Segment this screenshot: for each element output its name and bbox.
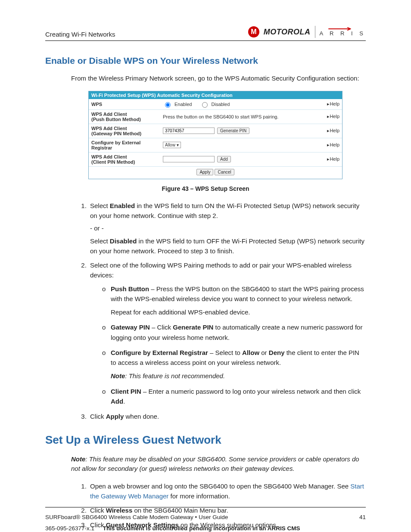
add-button[interactable]: Add xyxy=(217,156,231,162)
client-pin-input[interactable] xyxy=(163,156,215,162)
wps-enabled-radio[interactable] xyxy=(165,102,171,108)
wps-disabled-radio[interactable] xyxy=(202,102,208,108)
figure-caption: Figure 43 – WPS Setup Screen xyxy=(45,185,366,192)
generate-pin-button[interactable]: Generate PIN xyxy=(217,128,249,134)
page-number: 41 xyxy=(359,512,366,523)
brand-logos: M MOTOROLA ⟶ A R R I S xyxy=(248,26,366,38)
help-link[interactable]: Help xyxy=(321,156,339,162)
heading-guest-network: Set Up a Wireless Guest Network xyxy=(45,433,366,447)
arris-logo: ⟶ A R R I S xyxy=(320,28,366,36)
intro-text: From the Wireless Primary Network screen… xyxy=(71,74,366,83)
step-3: Click Apply when done. xyxy=(88,411,366,421)
pairing-methods-list: Push Button – Press the WPS button on th… xyxy=(90,284,366,407)
gateway-pin-input[interactable] xyxy=(163,128,215,134)
page-footer: SURFboard® SBG6400 Wireless Cable Modem … xyxy=(45,507,366,532)
row-label-wps: WPS xyxy=(91,102,160,107)
motorola-wordmark: MOTOROLA xyxy=(264,28,311,37)
guest-note: Note: This feature may be disabled on yo… xyxy=(71,454,366,473)
apply-button[interactable]: Apply xyxy=(196,169,213,175)
arris-swoosh-icon: ⟶ xyxy=(327,28,358,31)
help-link[interactable]: Help xyxy=(321,114,339,119)
step-2: Select one of the following WPS Pairing … xyxy=(88,260,366,406)
cancel-button[interactable]: Cancel xyxy=(215,169,234,175)
steps-list-wps: Select Enabled in the WPS field to turn … xyxy=(79,201,366,422)
radio-label-disabled: Disabled xyxy=(212,102,230,107)
ext-registrar-select[interactable]: Allow ▾ xyxy=(163,142,181,148)
footer-product: SURFboard® SBG6400 Wireless Cable Modem … xyxy=(45,512,228,523)
note-not-recommended: Note: This feature is not recommended. xyxy=(111,371,366,381)
method-client-pin: Client PIN – Enter a numeric password to… xyxy=(102,386,366,407)
figure-wps: Wi-Fi Protected Setup (WPS) Automatic Se… xyxy=(88,91,342,179)
help-link[interactable]: Help xyxy=(321,128,339,134)
motorola-icon: M xyxy=(248,26,259,37)
figure-title-bar: Wi-Fi Protected Setup (WPS) Automatic Se… xyxy=(89,91,342,99)
method-external-registrar: Configure by External Registrar – Select… xyxy=(102,348,366,381)
help-link[interactable]: Help xyxy=(321,142,339,148)
row-label-gateway-pin: WPS Add Client (Gateway PIN Method) xyxy=(91,126,160,136)
method-push-button: Push Button – Press the WPS button on th… xyxy=(102,284,366,317)
radio-label-enabled: Enabled xyxy=(174,102,192,107)
row-label-ext-registrar: Configure by External Registrar xyxy=(91,140,160,150)
or-divider: - or - xyxy=(90,223,366,233)
row-label-client-pin: WPS Add Client (Client PIN Method) xyxy=(91,154,160,165)
row-label-push: WPS Add Client (Push Button Method) xyxy=(91,112,160,122)
guest-step-1: Open a web browser and log onto the SBG6… xyxy=(88,481,366,501)
method-gateway-pin: Gateway PIN – Click Generate PIN to auto… xyxy=(102,322,366,342)
doc-number: 365-095-26377-x.1 xyxy=(45,523,101,532)
step-1: Select Enabled in the WPS field to turn … xyxy=(88,201,366,256)
heading-wps: Enable or Disable WPS on Your Wireless N… xyxy=(45,56,366,66)
section-title: Creating Wi-Fi Networks xyxy=(45,31,115,38)
help-link[interactable]: Help xyxy=(321,101,339,107)
push-button-desc: Press the button on the SBG6400 to start… xyxy=(163,114,318,119)
page-header: Creating Wi-Fi Networks M MOTOROLA ⟶ A R… xyxy=(45,26,366,41)
logo-divider xyxy=(315,26,315,38)
footer-disclaimer: This document is uncontrolled pending in… xyxy=(103,525,300,532)
